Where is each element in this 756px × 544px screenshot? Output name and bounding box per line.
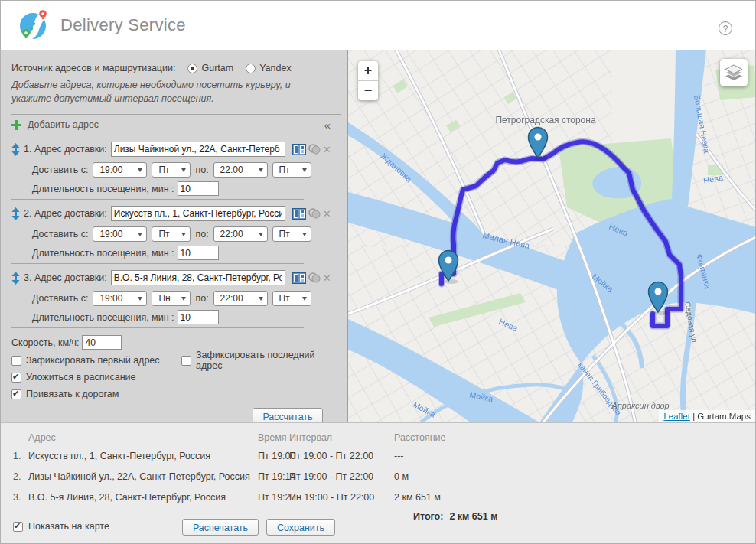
zoom-out-button[interactable]: −	[358, 80, 378, 100]
row-time: Пт 19:14	[258, 467, 289, 487]
address-input-2[interactable]	[111, 206, 285, 221]
snap-roads-checkbox[interactable]	[11, 389, 21, 399]
deliver-from-label: Доставить с:	[32, 293, 88, 304]
fix-first-address-checkbox[interactable]	[11, 356, 21, 366]
fit-schedule-label: Уложиться в расписание	[26, 372, 135, 383]
app-header: Delivery Service ?	[1, 1, 755, 50]
row-interval: Пт 19:00 - Пт 22:00	[289, 467, 394, 487]
geofence-icon[interactable]	[308, 272, 321, 283]
row-address: В.О. 5-я Линия, 28, Санкт-Петербург, Рос…	[28, 487, 258, 508]
save-button[interactable]: Сохранить	[266, 519, 335, 536]
radio-gurtam-control[interactable]	[187, 64, 197, 73]
address-block-3: 3. Адрес доставки: ✕	[11, 264, 341, 328]
col-time: Время	[258, 429, 289, 446]
add-address-label: Добавить адрес	[28, 119, 99, 130]
address-book-icon[interactable]	[292, 272, 306, 284]
snap-roads-row: Привязать к дорогам	[11, 388, 341, 400]
address-input-1[interactable]	[111, 142, 285, 157]
chevron-down-icon	[181, 168, 186, 172]
geofence-icon[interactable]	[308, 208, 321, 219]
to-day-select-2[interactable]: Пт	[272, 226, 311, 242]
from-time-select-2[interactable]: 19:00	[93, 226, 147, 242]
row-distance: ---	[394, 446, 755, 467]
col-distance: Расстояние	[394, 429, 755, 446]
from-day-select-3[interactable]: Пн	[152, 291, 191, 306]
layers-icon	[724, 64, 744, 82]
row-address: Искусств пл., 1, Санкт-Петербург, Россия	[28, 446, 258, 467]
page-title: Delivery Service	[60, 15, 186, 35]
chevron-down-icon	[138, 168, 142, 172]
result-row-3[interactable]: 3. В.О. 5-я Линия, 28, Санкт-Петербург, …	[1, 487, 755, 508]
show-on-map-checkbox[interactable]	[13, 522, 23, 532]
show-on-map-option[interactable]: Показать на карте	[13, 521, 109, 532]
delivery-service-app: Delivery Service ? Источник адресов и ма…	[0, 0, 756, 544]
address-number: 3. Адрес доставки:	[24, 272, 107, 283]
radio-yandex-label: Yandex	[259, 63, 291, 73]
from-day-select-2[interactable]: Пт	[152, 226, 191, 242]
result-row-1[interactable]: 1. Искусств пл., 1, Санкт-Петербург, Рос…	[1, 446, 755, 467]
row-time: Пт 19:00	[258, 446, 289, 467]
panel-hint: Добавьте адреса, которые необходимо посе…	[11, 79, 326, 106]
chevron-down-icon	[138, 297, 142, 301]
remove-address-icon[interactable]: ✕	[323, 209, 331, 219]
remove-address-icon[interactable]: ✕	[323, 273, 331, 283]
layers-button[interactable]	[720, 59, 748, 86]
radio-yandex[interactable]: Yandex	[246, 63, 291, 73]
row-distance: 2 км 651 м	[394, 487, 755, 508]
deliver-from-label: Доставить с:	[32, 229, 88, 239]
map-canvas[interactable]: Петроградская сторона Ждановка Большая Н…	[348, 50, 755, 422]
to-day-select-1[interactable]: Пт	[272, 162, 311, 178]
deliver-to-label: по:	[195, 165, 208, 175]
address-book-icon[interactable]	[292, 144, 306, 155]
speed-input[interactable]	[82, 335, 122, 350]
duration-input-2[interactable]	[178, 246, 219, 260]
snap-roads-label: Привязать к дорогам	[26, 389, 119, 399]
divider	[11, 327, 304, 328]
address-number: 1. Адрес доставки:	[24, 144, 107, 155]
radio-gurtam[interactable]: Gurtam	[187, 63, 233, 73]
map-zoom-control: + −	[358, 61, 378, 100]
radio-gurtam-label: Gurtam	[201, 63, 233, 73]
from-time-select-3[interactable]: 19:00	[93, 291, 147, 306]
results-panel: Адрес Время Интервал Расстояние 1. Искус…	[1, 422, 755, 544]
radio-yandex-control[interactable]	[246, 64, 256, 73]
fix-addresses-row: Зафиксировать первый адрес Зафиксировать…	[11, 354, 341, 366]
fix-last-address-checkbox[interactable]	[181, 356, 191, 366]
to-day-select-3[interactable]: Пт	[272, 291, 311, 306]
route-settings-panel: Источник адресов и маршрутизации: Gurtam…	[1, 50, 348, 422]
to-time-select-1[interactable]: 22:00	[213, 162, 268, 178]
leaflet-link[interactable]: Leaflet	[663, 412, 690, 421]
col-interval: Интервал	[289, 429, 394, 446]
drag-reorder-icon[interactable]	[11, 207, 20, 220]
from-time-select-1[interactable]: 19:00	[93, 162, 147, 178]
from-day-select-1[interactable]: Пт	[152, 162, 191, 178]
zoom-in-button[interactable]: +	[358, 61, 378, 80]
to-time-select-3[interactable]: 22:00	[213, 291, 268, 306]
address-input-3[interactable]	[111, 270, 285, 285]
add-address-button[interactable]: Добавить адрес «	[11, 115, 341, 135]
address-book-icon[interactable]	[292, 208, 306, 220]
row-distance: 0 м	[394, 467, 755, 487]
map-container[interactable]: Петроградская сторона Ждановка Большая Н…	[348, 50, 755, 422]
collapse-panel-icon[interactable]: «	[324, 119, 331, 132]
main-area: Источник адресов и маршрутизации: Gurtam…	[1, 50, 755, 422]
results-header-row: Адрес Время Интервал Расстояние	[1, 429, 755, 446]
source-label: Источник адресов и маршрутизации:	[11, 63, 175, 73]
row-time: Пт 19:27	[258, 487, 289, 508]
remove-address-icon[interactable]: ✕	[323, 145, 331, 155]
row-interval: Пн 19:00 - Пт 22:00	[289, 487, 394, 508]
geofence-icon[interactable]	[308, 144, 321, 155]
fit-schedule-checkbox[interactable]	[11, 373, 21, 383]
print-button[interactable]: Распечатать	[182, 519, 259, 536]
svg-text:Апраксин двор: Апраксин двор	[611, 401, 669, 410]
calculate-button[interactable]: Рассчитать	[253, 408, 323, 422]
duration-label: Длительность посещения, мин :	[32, 248, 174, 259]
drag-reorder-icon[interactable]	[11, 272, 20, 285]
to-time-select-2[interactable]: 22:00	[213, 226, 268, 242]
result-row-2[interactable]: 2. Лизы Чайкиной ул., 22А, Санкт-Петербу…	[1, 467, 755, 487]
help-icon[interactable]: ?	[719, 21, 732, 35]
map-attribution: Leaflet | Gurtam Maps	[659, 410, 755, 422]
drag-reorder-icon[interactable]	[11, 143, 20, 156]
duration-input-3[interactable]	[178, 310, 219, 324]
duration-input-1[interactable]	[178, 181, 219, 196]
